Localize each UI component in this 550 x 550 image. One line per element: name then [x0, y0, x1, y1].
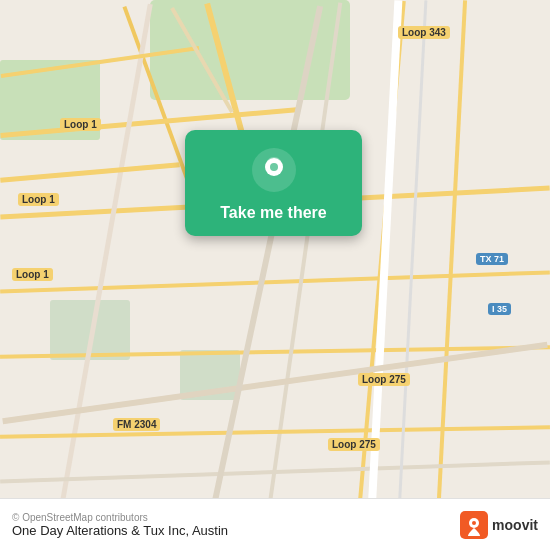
road-label-loop275-1: Loop 275: [358, 373, 410, 386]
road-label-loop275-2: Loop 275: [328, 438, 380, 451]
bottom-bar-info: © OpenStreetMap contributors One Day Alt…: [12, 512, 228, 538]
attribution-text: © OpenStreetMap contributors: [12, 512, 228, 523]
take-me-there-card[interactable]: Take me there: [185, 130, 362, 236]
location-pin-icon: [252, 148, 296, 192]
road-label-loop1-bot: Loop 1: [12, 268, 53, 281]
location-title: One Day Alterations & Tux Inc, Austin: [12, 523, 228, 538]
road-label-loop343: Loop 343: [398, 26, 450, 39]
bottom-bar: © OpenStreetMap contributors One Day Alt…: [0, 498, 550, 550]
road-label-loop1-top: Loop 1: [60, 118, 101, 131]
map-container: Loop 1 Loop 1 Loop 1 Loop 343 Loop 275 L…: [0, 0, 550, 550]
svg-point-5: [472, 521, 476, 525]
road-label-tx71: TX 71: [476, 253, 508, 265]
take-me-there-label: Take me there: [220, 204, 326, 222]
moovit-icon: [460, 511, 488, 539]
road-label-loop1-mid: Loop 1: [18, 193, 59, 206]
road-label-fm2304: FM 2304: [113, 418, 160, 431]
moovit-text: moovit: [492, 517, 538, 533]
moovit-logo: moovit: [460, 511, 538, 539]
road-label-i35: I 35: [488, 303, 511, 315]
